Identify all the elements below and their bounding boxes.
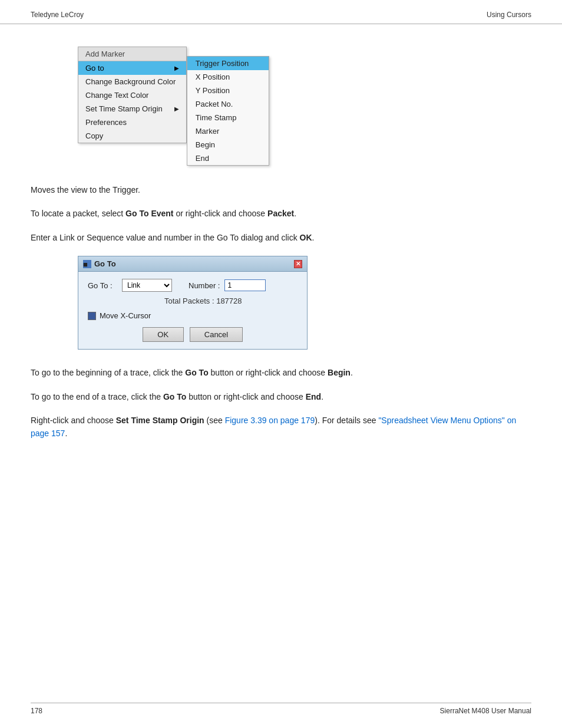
link-figure-3-39[interactable]: Figure 3.39 on page 179 (225, 416, 315, 425)
submenu-arrow-goto: ▶ (174, 65, 179, 71)
submenu-item-y-position[interactable]: Y Position (187, 84, 269, 97)
menu-item-change-bg-color[interactable]: Change Background Color (78, 75, 186, 88)
footer-left: 178 (31, 707, 42, 715)
number-label: Number : (189, 281, 220, 290)
menu-item-change-text-color[interactable]: Change Text Color (78, 88, 186, 102)
dialog-close-button[interactable]: ✕ (294, 260, 302, 268)
paragraph-5: To go to the end of a trace, click the G… (31, 390, 531, 403)
dialog-title-icon: ■ (83, 260, 91, 268)
submenu-item-x-position[interactable]: X Position (187, 70, 269, 84)
paragraph-2: To locate a packet, select Go To Event o… (31, 207, 531, 220)
submenu-item-begin[interactable]: Begin (187, 138, 269, 151)
submenu-arrow-timestamp: ▶ (174, 106, 179, 112)
footer-right: SierraNet M408 User Manual (440, 707, 531, 715)
paragraph-6: Right-click and choose Set Time Stamp Or… (31, 414, 531, 440)
move-xcursor-label: Move X-Cursor (100, 311, 151, 320)
dialog-box: ■ Go To ✕ Go To : Link Sequence Number :… (78, 256, 308, 350)
paragraph-1: Moves the view to the Trigger. (31, 183, 531, 196)
dialog-title: Go To (94, 259, 116, 268)
dialog-buttons: OK Cancel (88, 327, 297, 342)
submenu-item-marker[interactable]: Marker (187, 124, 269, 138)
number-input[interactable] (224, 279, 266, 291)
submenu-item-packet-no[interactable]: Packet No. (187, 97, 269, 111)
submenu-item-trigger-position[interactable]: Trigger Position (187, 57, 269, 70)
page-footer: 178 SierraNet M408 User Manual (31, 703, 531, 715)
context-menu: Add Marker Go to ▶ Change Background Col… (78, 47, 187, 143)
menu-item-copy[interactable]: Copy (78, 129, 186, 143)
goto-label: Go To : (88, 281, 117, 290)
total-packets: Total Packets : 187728 (164, 297, 297, 305)
menu-item-set-timestamp[interactable]: Set Time Stamp Origin ▶ (78, 102, 186, 116)
menu-item-add-marker[interactable]: Add Marker (78, 47, 186, 61)
header-left: Teledyne LeCroy (31, 11, 84, 19)
dialog-body: Go To : Link Sequence Number : Total Pac… (78, 272, 307, 349)
submenu-item-end[interactable]: End (187, 151, 269, 165)
menu-item-goto[interactable]: Go to ▶ (78, 61, 186, 75)
dialog-area: ■ Go To ✕ Go To : Link Sequence Number :… (78, 256, 531, 350)
goto-select[interactable]: Link Sequence (122, 279, 172, 292)
paragraph-3: Enter a Link or Sequence value and numbe… (31, 231, 531, 244)
submenu: Trigger Position X Position Y Position P… (187, 56, 269, 166)
move-xcursor-row: Move X-Cursor (88, 311, 297, 320)
page-header: Teledyne LeCroy Using Cursors (0, 0, 562, 24)
context-menu-area: Add Marker Go to ▶ Change Background Col… (78, 47, 531, 166)
cancel-button[interactable]: Cancel (190, 327, 243, 342)
paragraph-4: To go to the beginning of a trace, click… (31, 366, 531, 379)
ok-button[interactable]: OK (143, 327, 184, 342)
dialog-titlebar-left: ■ Go To (83, 259, 116, 268)
page-content: Add Marker Go to ▶ Change Background Col… (0, 24, 562, 486)
dialog-titlebar: ■ Go To ✕ (78, 256, 307, 272)
submenu-item-time-stamp[interactable]: Time Stamp (187, 111, 269, 124)
goto-row: Go To : Link Sequence Number : (88, 279, 297, 292)
move-xcursor-checkbox[interactable] (88, 312, 96, 320)
menu-item-preferences[interactable]: Preferences (78, 116, 186, 129)
header-right: Using Cursors (487, 11, 531, 19)
